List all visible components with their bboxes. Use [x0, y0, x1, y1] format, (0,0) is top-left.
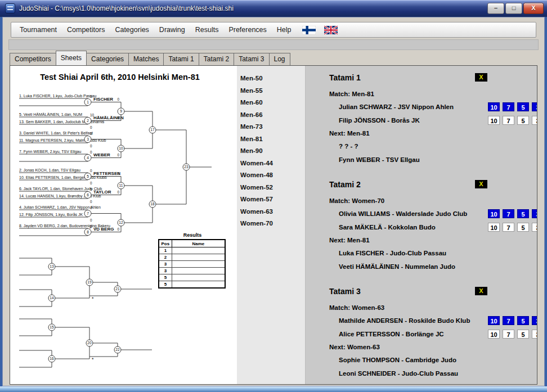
category-item-women-63[interactable]: Women-63 — [237, 206, 305, 218]
menu-competitors[interactable]: Competitors — [62, 26, 110, 34]
tab-log[interactable]: Log — [269, 53, 290, 65]
match-number: 1 — [87, 100, 89, 104]
menu-results[interactable]: Results — [190, 26, 224, 34]
next-competitor: Leoni SCHNEIDER - Judo-Club Passau — [329, 367, 537, 381]
score-button-5[interactable]: 5 — [517, 116, 529, 125]
match-label: Match: Men-81 — [329, 88, 537, 101]
category-item-men-60[interactable]: Men-60 — [237, 97, 305, 109]
menu-help[interactable]: Help — [272, 26, 297, 34]
title-bar[interactable]: JudoShiai - C:\msys\1.0\home\hjokinen\sv… — [0, 0, 547, 17]
tab-tatami-2[interactable]: Tatami 2 — [199, 53, 234, 65]
app-window: JudoShiai - C:\msys\1.0\home\hjokinen\sv… — [0, 0, 547, 392]
finnish-flag-icon[interactable] — [302, 26, 316, 34]
match-number: 12 — [119, 220, 123, 224]
menu-drawing[interactable]: Drawing — [154, 26, 190, 34]
score-button-10[interactable]: 10 — [488, 116, 500, 125]
match-score: 0 — [117, 227, 119, 231]
menu-preferences[interactable]: Preferences — [223, 26, 271, 34]
match-number: 13 — [50, 264, 54, 268]
tab-tatami-1[interactable]: Tatami 1 — [163, 53, 199, 65]
competitor-row: Sara MÄKELÄ - Kokkolan Budo107531 — [329, 221, 537, 235]
score-buttons: 107531 — [488, 116, 537, 125]
results-table: Results Pos Name 123355 — [158, 232, 227, 289]
score-button-3[interactable]: 3 — [532, 316, 537, 325]
tab-sheets[interactable]: Sheets — [56, 51, 87, 65]
category-item-men-73[interactable]: Men-73 — [237, 121, 305, 133]
bracket-competitor-name: 5. Veeti HÄMÄLÄINEN, 1.dan, NUM — [19, 112, 82, 116]
match-score: 0 — [90, 94, 92, 98]
category-item-men-81[interactable]: Men-81 — [237, 133, 305, 146]
tatami-x-button[interactable]: X — [475, 73, 487, 82]
score-button-7[interactable]: 7 — [503, 223, 514, 232]
loser-drop-mark: * — [92, 357, 94, 362]
score-button-10[interactable]: 10 — [488, 316, 500, 325]
tab-competitors[interactable]: Competitors — [10, 53, 56, 65]
tatami-title: Tatami 2 — [329, 180, 361, 189]
score-button-5[interactable]: 5 — [517, 316, 529, 325]
category-item-men-90[interactable]: Men-90 — [237, 145, 305, 157]
score-button-7[interactable]: 7 — [503, 316, 514, 325]
category-item-women-48[interactable]: Women-48 — [237, 169, 305, 182]
category-item-women-70[interactable]: Women-70 — [237, 218, 305, 230]
score-button-5[interactable]: 5 — [517, 223, 529, 232]
category-item-men-55[interactable]: Men-55 — [237, 85, 305, 97]
match-score: 0 — [117, 116, 119, 120]
score-button-10[interactable]: 10 — [488, 209, 500, 218]
category-item-women-52[interactable]: Women-52 — [237, 182, 305, 194]
score-button-7[interactable]: 7 — [503, 330, 514, 339]
category-item-women-44[interactable]: Women-44 — [237, 157, 305, 170]
category-item-men-66[interactable]: Men-66 — [237, 109, 305, 121]
next-competitor: Veeti HÄMÄLÄINEN - Nummelan Judo — [329, 260, 537, 274]
results-name — [172, 261, 225, 268]
score-button-5[interactable]: 5 — [517, 209, 529, 218]
match-label: Match: Women-70 — [329, 195, 537, 208]
match-score: 0 — [117, 153, 119, 157]
tab-tatami-3[interactable]: Tatami 3 — [234, 53, 269, 65]
language-flags — [302, 26, 338, 34]
tab-matches[interactable]: Matches — [128, 53, 164, 65]
tatami-header: Tatami 1X — [329, 73, 537, 88]
score-button-7[interactable]: 7 — [503, 116, 514, 125]
category-item-men-50[interactable]: Men-50 — [237, 73, 305, 85]
next-competitor: Sophie THOMPSON - Cambridge Judo — [329, 354, 537, 367]
tab-categories[interactable]: Categories — [86, 53, 129, 65]
match-label: Match: Women-63 — [329, 301, 537, 314]
tatami-x-button[interactable]: X — [475, 180, 487, 188]
score-button-3[interactable]: 3 — [532, 223, 537, 232]
results-col-name: Name — [172, 240, 225, 247]
score-button-3[interactable]: 3 — [532, 209, 537, 218]
match-score: 5 — [90, 187, 92, 191]
score-button-7[interactable]: 7 — [503, 209, 514, 218]
menu-items: TournamentCompetitorsCategoriesDrawingRe… — [15, 26, 297, 34]
score-buttons: 107531 — [488, 223, 537, 232]
tatami-title: Tatami 3 — [329, 287, 361, 296]
score-button-10[interactable]: 10 — [488, 102, 500, 111]
match-score: 0 — [90, 181, 92, 185]
score-button-5[interactable]: 5 — [517, 102, 529, 111]
close-button[interactable]: X — [523, 3, 544, 14]
menu-tournament[interactable]: Tournament — [15, 26, 62, 34]
minimize-button[interactable]: – — [487, 3, 504, 14]
match-number: 6 — [87, 193, 89, 197]
results-pos: 1 — [159, 247, 172, 254]
toolbar-strip — [8, 39, 539, 50]
score-button-10[interactable]: 10 — [488, 223, 500, 232]
score-button-10[interactable]: 10 — [488, 330, 500, 339]
uk-flag-icon[interactable] — [324, 26, 338, 34]
score-button-3[interactable]: 3 — [532, 102, 537, 111]
score-button-3[interactable]: 3 — [532, 330, 537, 339]
score-button-3[interactable]: 3 — [532, 116, 537, 125]
score-button-7[interactable]: 7 — [503, 102, 514, 111]
category-item-women-57[interactable]: Women-57 — [237, 193, 305, 206]
match-score: 0 — [90, 224, 92, 228]
menu-categories[interactable]: Categories — [110, 26, 154, 34]
loser-drop-mark: * — [92, 296, 94, 301]
next-competitor: ? ? - ? — [329, 140, 537, 154]
maximize-button[interactable]: □ — [505, 3, 522, 14]
bracket-competitor-name: 13. Sem BAKKER, 1.dan, Judoclub Middelha… — [19, 120, 105, 124]
results-name — [172, 254, 225, 261]
tatami-header: Tatami 3X — [329, 286, 537, 301]
score-button-5[interactable]: 5 — [517, 330, 529, 339]
tatami-x-button[interactable]: X — [475, 287, 487, 295]
competitor-row: Julian SCHWARZ - JSV Nippon Ahlen107531 — [329, 101, 537, 114]
